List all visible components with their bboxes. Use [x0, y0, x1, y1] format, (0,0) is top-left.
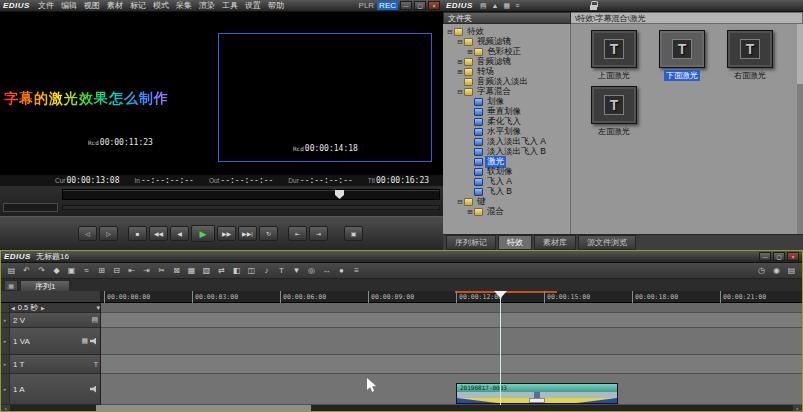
track-header-2v[interactable]: ▸ 2 V ▤	[1, 313, 100, 328]
track-expand-icon[interactable]: ▸	[1, 313, 10, 327]
tree-item-audio-filters[interactable]: ⊞音频滤镜	[443, 57, 570, 67]
menu-clip[interactable]: 素材	[104, 0, 126, 11]
plr-mode-button[interactable]: PLR	[357, 1, 377, 10]
list-view-icon[interactable]: ≡	[513, 2, 521, 9]
tab-sequence-marker[interactable]: 序列标记	[446, 235, 496, 250]
jog-back-button[interactable]: ◁	[78, 226, 97, 241]
track-header-1t[interactable]: ▸ 1 T T	[1, 355, 100, 374]
timescale-dropdown-icon[interactable]: ▾	[96, 304, 100, 312]
frame-back-button[interactable]: ◀	[170, 226, 189, 241]
video-layer-icon[interactable]: ▤	[91, 316, 98, 324]
expander-icon[interactable]: ⊞	[456, 68, 464, 76]
expander-icon[interactable]: ⊞	[466, 48, 474, 56]
copy-icon[interactable]: ▦	[185, 264, 198, 277]
timeline-clip[interactable]: 20190817-0003	[456, 383, 618, 404]
panel-list-icon[interactable]: ▤	[785, 264, 798, 277]
scrollbar-thumb[interactable]	[96, 405, 311, 411]
render-icon[interactable]: ◉	[770, 264, 783, 277]
new-folder-icon[interactable]: ▤	[478, 2, 489, 10]
menu-marker[interactable]: 标记	[127, 0, 149, 11]
close-button[interactable]: ×	[787, 252, 799, 261]
track-expand-icon[interactable]: ▸	[1, 374, 10, 404]
next-edit-button[interactable]: ▶▶|	[238, 226, 257, 241]
track-header-1va[interactable]: ▸ 1 VA ▦	[1, 328, 100, 355]
replace-icon[interactable]: ⇄	[215, 264, 228, 277]
undo-icon[interactable]: ↶	[20, 264, 33, 277]
insert-mode-icon[interactable]: ⊞	[95, 264, 108, 277]
add-cut-icon[interactable]: ✂	[155, 264, 168, 277]
effects-grid-scrollbar[interactable]	[797, 24, 803, 234]
export-button[interactable]: ▣	[344, 226, 363, 241]
effect-thumbnail[interactable]: T	[659, 30, 705, 68]
expander-icon[interactable]: ⊟	[446, 28, 454, 36]
menu-edit[interactable]: 编辑	[58, 0, 80, 11]
record-icon[interactable]: ●	[335, 264, 348, 277]
scroll-right-icon[interactable]: ▸	[793, 405, 802, 411]
menu-file[interactable]: 文件	[35, 0, 57, 11]
timer-icon[interactable]: ◷	[755, 264, 768, 277]
timeline-tracks-area[interactable]: 20190817-0003	[101, 303, 802, 405]
track-lane-2v[interactable]	[101, 313, 802, 328]
title-tool-icon[interactable]: T	[275, 264, 288, 277]
maximize-button[interactable]: ▢	[773, 252, 785, 261]
menu-mode[interactable]: 模式	[150, 0, 172, 11]
loop-button[interactable]: ↻	[259, 226, 278, 241]
timeline-hscrollbar[interactable]: ◂ ▸	[1, 405, 802, 411]
tree-item-key[interactable]: ⊟键	[443, 197, 570, 207]
tab-source-browser[interactable]: 源文件浏览	[578, 235, 636, 250]
audio-mixer-icon[interactable]: ♪	[260, 264, 273, 277]
scroll-left-icon[interactable]: ◂	[1, 405, 10, 411]
effect-thumbnail[interactable]: T	[727, 30, 773, 68]
scrollbar-thumb[interactable]	[797, 24, 803, 84]
minimize-button[interactable]: —	[400, 1, 412, 10]
effect-thumbnail[interactable]: T	[591, 86, 637, 124]
menu-help[interactable]: 帮助	[265, 0, 287, 11]
delete-icon[interactable]: ⊠	[170, 264, 183, 277]
track-mode-icon[interactable]: ▣	[65, 264, 78, 277]
sequence-icon[interactable]: ▦	[4, 280, 18, 291]
video-layer-icon[interactable]: ▦	[81, 337, 88, 345]
marker-icon[interactable]: ▼	[290, 264, 303, 277]
position-bar[interactable]	[62, 189, 440, 200]
tab-effects[interactable]: 特效	[498, 235, 532, 250]
menu-settings[interactable]: 设置	[242, 0, 264, 11]
effect-thumbnail[interactable]: T	[591, 30, 637, 68]
set-out-icon[interactable]: ⇥	[140, 264, 153, 277]
timeline-ruler[interactable]: 00:00:00:00 00:00:03:00 00:00:06:00 00:0…	[1, 291, 802, 303]
expander-icon[interactable]: ⊟	[456, 198, 464, 206]
go-to-out-button[interactable]: ⇥	[309, 226, 328, 241]
tree-item-fly-in-b[interactable]: 飞入 B	[443, 187, 570, 197]
track-lane-1va[interactable]	[101, 328, 802, 355]
shuttle-bar[interactable]	[62, 205, 440, 210]
tree-item-title-mixer[interactable]: ⊟字幕混合	[443, 87, 570, 97]
speaker-icon[interactable]	[90, 338, 98, 345]
expander-icon[interactable]: ⊟	[456, 88, 464, 96]
up-folder-icon[interactable]: ▲	[490, 2, 501, 9]
expander-icon[interactable]: ⊞	[466, 208, 474, 216]
stop-button[interactable]: ■	[128, 226, 147, 241]
overwrite-mode-icon[interactable]: ⊟	[110, 264, 123, 277]
go-to-in-button[interactable]: ⇤	[288, 226, 307, 241]
timescale-increase-icon[interactable]: ▶	[40, 305, 46, 311]
tab-bin[interactable]: 素材库	[534, 235, 576, 250]
ripple-mode-icon[interactable]: ≈	[80, 264, 93, 277]
menu-render[interactable]: 渲染	[196, 0, 218, 11]
speaker-icon[interactable]	[90, 386, 98, 393]
match-frame-icon[interactable]: ◎	[305, 264, 318, 277]
minimize-button[interactable]: —	[759, 252, 771, 261]
close-button[interactable]: ×	[428, 1, 440, 10]
track-expand-icon[interactable]: ▸	[1, 328, 10, 354]
playhead-line[interactable]	[500, 291, 501, 405]
track-lane-1a[interactable]	[101, 374, 802, 405]
lock-icon[interactable]	[590, 1, 597, 10]
jog-forward-button[interactable]: ▷	[99, 226, 118, 241]
expander-icon[interactable]: ⊟	[456, 38, 464, 46]
fast-forward-button[interactable]: ▶▶	[217, 226, 236, 241]
save-icon[interactable]: ▤	[5, 264, 18, 277]
large-icon-view-icon[interactable]: ▦	[502, 2, 513, 10]
redo-icon[interactable]: ↷	[35, 264, 48, 277]
menu-icon[interactable]: ≡	[350, 264, 363, 277]
menu-capture[interactable]: 采集	[173, 0, 195, 11]
tree-item-blend[interactable]: ⊞混合	[443, 207, 570, 217]
track-expand-icon[interactable]: ▸	[1, 355, 10, 373]
